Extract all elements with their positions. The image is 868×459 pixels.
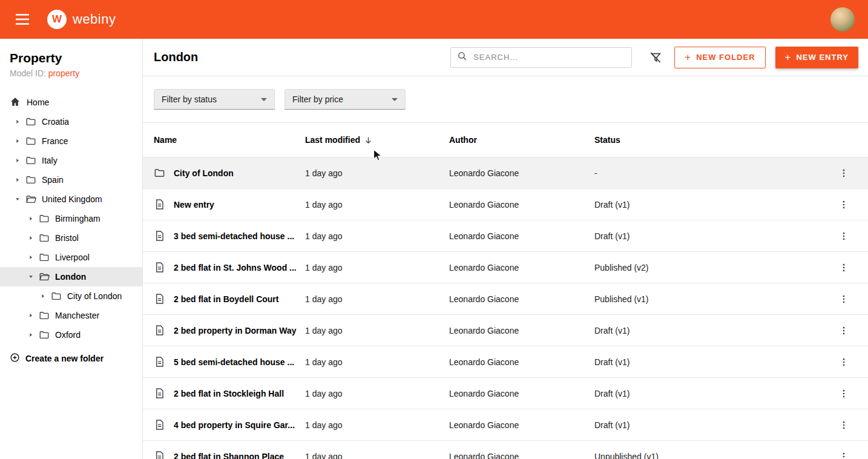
folder-icon	[48, 291, 62, 302]
tree-item[interactable]: Croatia	[0, 112, 142, 131]
row-menu-button[interactable]	[835, 196, 853, 214]
table-row[interactable]: City of London 1 day ago Leonardo Giacon…	[143, 157, 868, 188]
tree-item[interactable]: United Kingdom	[0, 190, 142, 209]
sidebar-item-home[interactable]: Home	[0, 93, 142, 112]
row-modified: 1 day ago	[305, 200, 449, 210]
document-icon	[154, 419, 165, 431]
row-menu-button[interactable]	[835, 290, 853, 308]
row-menu-button[interactable]	[835, 385, 853, 403]
row-menu-button[interactable]	[835, 322, 853, 340]
tree-item[interactable]: Oxford	[0, 325, 142, 345]
table-row[interactable]: 5 bed semi-detached house ... 1 day ago …	[143, 346, 868, 377]
caret-icon[interactable]	[25, 233, 36, 243]
user-avatar[interactable]	[830, 7, 855, 31]
model-id-label: Model ID:	[10, 68, 46, 78]
table-row[interactable]: 2 bed flat in St. Johns Wood ... 1 day a…	[143, 251, 868, 283]
folder-icon	[23, 155, 36, 166]
new-entry-button[interactable]: + NEW ENTRY	[775, 47, 858, 68]
row-name: 3 bed semi-detached house ...	[174, 231, 294, 241]
row-author: Leonardo Giacone	[449, 168, 594, 178]
webiny-logo[interactable]: W webiny	[47, 10, 116, 29]
row-menu-button[interactable]	[835, 416, 853, 434]
table-row[interactable]: 3 bed semi-detached house ... 1 day ago …	[143, 220, 868, 251]
tree-item[interactable]: Spain	[0, 170, 142, 190]
table-row[interactable]: 2 bed flat in Shannon Place 1 day ago Le…	[143, 440, 868, 459]
row-name: 2 bed flat in St. Johns Wood ...	[174, 263, 297, 272]
caret-icon[interactable]	[25, 329, 36, 340]
row-menu-button[interactable]	[835, 353, 853, 371]
tree-item[interactable]: City of London	[0, 286, 142, 306]
caret-icon[interactable]	[25, 271, 36, 282]
main-content: London + NEW FOLDER + NEW ENTRY	[142, 39, 868, 459]
row-author: Leonardo Giacone	[449, 389, 594, 398]
folder-icon	[23, 174, 36, 185]
caret-icon[interactable]	[12, 116, 23, 127]
document-icon	[154, 451, 165, 459]
create-new-folder-button[interactable]: Create a new folder	[0, 348, 142, 369]
row-author: Leonardo Giacone	[449, 231, 594, 241]
row-menu-button[interactable]	[835, 227, 853, 245]
tree-item-label: Manchester	[55, 311, 99, 320]
caret-icon[interactable]	[25, 252, 36, 263]
home-label: Home	[27, 97, 49, 107]
caret-icon[interactable]	[12, 194, 23, 205]
tree-item-label: City of London	[67, 291, 122, 301]
document-icon	[154, 230, 165, 242]
caret-icon[interactable]	[25, 213, 36, 224]
filter-off-icon[interactable]	[646, 48, 665, 67]
caret-icon[interactable]	[12, 174, 23, 185]
table-row[interactable]: New entry 1 day ago Leonardo Giacone Dra…	[143, 188, 868, 220]
table-row[interactable]: 2 bed property in Dorman Way 1 day ago L…	[143, 314, 868, 346]
caret-icon[interactable]	[12, 136, 23, 147]
folder-icon	[36, 213, 50, 224]
model-title: Property	[10, 51, 133, 65]
tree-item[interactable]: London	[0, 267, 142, 286]
sidebar: Property Model ID: property Home Croatia	[0, 39, 142, 459]
tree-item[interactable]: Bristol	[0, 228, 142, 248]
document-icon	[154, 293, 165, 305]
caret-icon[interactable]	[12, 155, 23, 166]
tree-item[interactable]: France	[0, 131, 142, 151]
column-header-last-modified[interactable]: Last modified	[305, 135, 449, 145]
row-modified: 1 day ago	[305, 294, 449, 304]
tree-item[interactable]: Italy	[0, 151, 142, 170]
tree-item[interactable]: Liverpool	[0, 248, 142, 267]
model-id: Model ID: property	[10, 68, 133, 78]
search-icon	[457, 51, 467, 64]
table-row[interactable]: 2 bed flat in Boydell Court 1 day ago Le…	[143, 283, 868, 314]
document-icon	[154, 262, 165, 273]
row-menu-button[interactable]	[835, 259, 853, 277]
search-input[interactable]	[472, 52, 625, 62]
table-row[interactable]: 4 bed property in Squire Gar... 1 day ag…	[143, 409, 868, 440]
filter-by-status-select[interactable]: Filter by status	[154, 89, 275, 110]
row-author: Leonardo Giacone	[449, 200, 594, 210]
caret-icon[interactable]	[25, 310, 36, 321]
caret-icon[interactable]	[38, 291, 48, 302]
folder-icon	[36, 233, 50, 243]
tree-item-label: London	[55, 272, 86, 282]
brand-name: webiny	[73, 12, 116, 27]
table-row[interactable]: 2 bed flat in Stockleigh Hall 1 day ago …	[143, 377, 868, 409]
row-status: Draft (v1)	[594, 326, 829, 335]
new-folder-label: NEW FOLDER	[696, 53, 755, 62]
row-modified: 1 day ago	[305, 263, 449, 272]
chevron-down-icon	[392, 98, 398, 101]
row-menu-button[interactable]	[835, 164, 853, 182]
new-folder-button[interactable]: + NEW FOLDER	[674, 47, 765, 68]
row-modified: 1 day ago	[305, 231, 449, 241]
tree-item[interactable]: Manchester	[0, 306, 142, 325]
row-author: Leonardo Giacone	[449, 263, 594, 272]
row-menu-button[interactable]	[835, 447, 853, 459]
hamburger-menu-icon[interactable]	[13, 12, 31, 27]
folder-tree: Croatia France Italy Spain	[0, 112, 142, 345]
new-entry-label: NEW ENTRY	[796, 53, 849, 62]
create-folder-label: Create a new folder	[25, 354, 104, 363]
home-icon	[10, 96, 21, 109]
last-modified-label: Last modified	[305, 135, 360, 145]
document-icon	[154, 356, 165, 368]
page-title: London	[154, 50, 198, 64]
folder-icon	[36, 252, 50, 263]
folder-icon	[154, 167, 165, 179]
filter-by-price-select[interactable]: Filter by price	[284, 89, 406, 110]
tree-item[interactable]: Birmingham	[0, 209, 142, 228]
